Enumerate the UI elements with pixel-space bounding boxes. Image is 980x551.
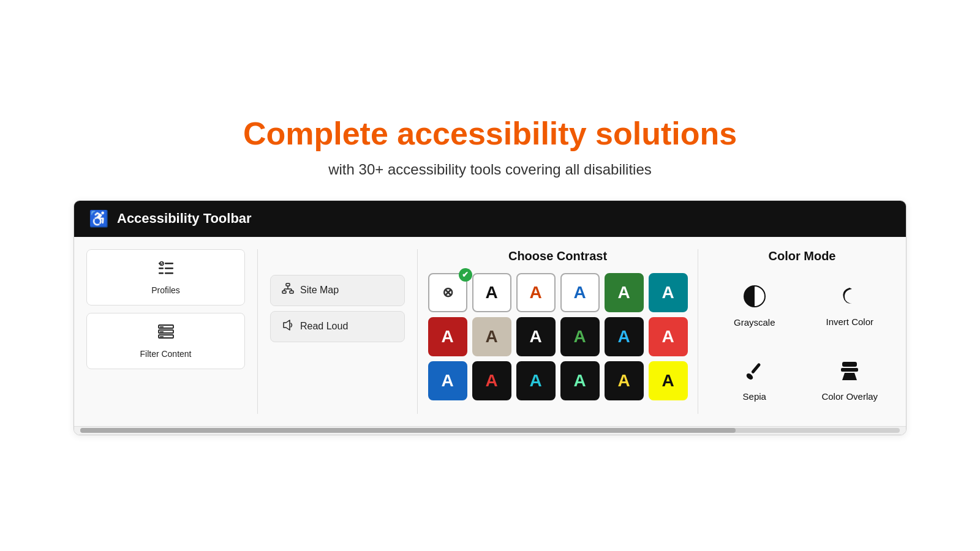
svg-rect-2 <box>159 268 164 269</box>
contrast-orange-black[interactable]: A <box>472 361 511 400</box>
contrast-green-black[interactable]: A <box>560 317 600 356</box>
sepia-icon <box>744 359 766 385</box>
toolbar-title: Accessibility Toolbar <box>117 211 252 227</box>
contrast-default[interactable]: ⊗ <box>428 273 467 312</box>
contrast-white-black[interactable]: A <box>516 317 556 356</box>
svg-rect-12 <box>160 336 164 337</box>
contrast-dark-tan[interactable]: A <box>472 317 511 356</box>
color-overlay-icon <box>839 359 861 385</box>
contrast-lime-black[interactable]: A <box>560 361 600 400</box>
menu-section: Site Map Read Loud <box>258 249 418 414</box>
svg-rect-11 <box>160 331 164 332</box>
filter-content-label: Filter Content <box>140 349 191 359</box>
scrollbar[interactable] <box>74 426 906 435</box>
site-map-icon <box>282 283 294 298</box>
scrollbar-thumb <box>80 428 736 433</box>
svg-marker-20 <box>284 320 290 330</box>
contrast-white-green[interactable]: A <box>605 273 644 312</box>
profiles-icon <box>157 260 175 280</box>
profiles-button[interactable]: Profiles <box>86 249 245 305</box>
filter-content-icon <box>157 323 175 344</box>
color-mode-grid: Grayscale Invert Color <box>710 273 894 414</box>
contrast-section: Choose Contrast ⊗ A A A A A A A A A A A … <box>418 249 698 414</box>
site-map-button[interactable]: Site Map <box>270 275 405 306</box>
hero-subtitle: with 30+ accessibility tools covering al… <box>243 161 737 178</box>
contrast-cyan-black[interactable]: A <box>516 361 556 400</box>
read-loud-button[interactable]: Read Loud <box>270 311 405 342</box>
color-mode-title: Color Mode <box>710 249 894 263</box>
color-mode-section: Color Mode Grayscale Invert Color <box>698 249 894 414</box>
contrast-black-white[interactable]: A <box>472 273 511 312</box>
scrollbar-track <box>80 428 900 433</box>
accessibility-icon: ♿ <box>89 209 108 228</box>
contrast-grid: ⊗ A A A A A A A A A A A A A A A A A <box>424 273 692 400</box>
sepia-label: Sepia <box>743 391 766 402</box>
svg-rect-3 <box>165 268 173 269</box>
sepia-button[interactable]: Sepia <box>710 347 799 414</box>
svg-rect-4 <box>159 272 164 274</box>
filter-content-button[interactable]: Filter Content <box>86 313 245 369</box>
svg-rect-10 <box>160 326 164 328</box>
svg-rect-1 <box>165 263 173 264</box>
color-overlay-label: Color Overlay <box>821 391 878 402</box>
toolbar-header: ♿ Accessibility Toolbar <box>74 201 906 237</box>
contrast-title: Choose Contrast <box>424 249 692 263</box>
accessibility-toolbar: ♿ Accessibility Toolbar <box>74 200 907 435</box>
profiles-label: Profiles <box>151 285 180 295</box>
svg-rect-15 <box>290 291 293 293</box>
svg-marker-25 <box>842 373 857 380</box>
invert-color-icon <box>839 285 861 310</box>
contrast-blue-black[interactable]: A <box>605 317 644 356</box>
invert-color-label: Invert Color <box>826 317 873 327</box>
contrast-white-teal[interactable]: A <box>649 273 688 312</box>
svg-rect-21 <box>751 362 761 374</box>
svg-point-6 <box>160 261 164 265</box>
grayscale-button[interactable]: Grayscale <box>710 273 799 340</box>
toolbar-body: Profiles Filter Content <box>74 237 906 426</box>
hero-section: Complete accessibility solutions with 30… <box>243 116 737 178</box>
contrast-blue-white[interactable]: A <box>560 273 600 312</box>
contrast-red-black[interactable]: A <box>649 317 688 356</box>
read-loud-icon <box>282 319 294 334</box>
read-loud-label: Read Loud <box>300 321 348 332</box>
left-section: Profiles Filter Content <box>86 249 258 414</box>
svg-rect-23 <box>842 362 857 367</box>
svg-rect-13 <box>286 283 290 286</box>
contrast-white-blue-dark[interactable]: A <box>428 361 467 400</box>
contrast-white-red[interactable]: A <box>428 317 467 356</box>
color-overlay-button[interactable]: Color Overlay <box>806 347 894 414</box>
svg-rect-24 <box>841 368 858 372</box>
menu-items-list: Site Map Read Loud <box>270 275 405 342</box>
contrast-yellow-black[interactable]: A <box>605 361 644 400</box>
svg-rect-5 <box>165 272 173 274</box>
grayscale-icon <box>744 285 766 311</box>
contrast-orange-white[interactable]: A <box>516 273 556 312</box>
site-map-label: Site Map <box>300 285 339 296</box>
svg-rect-14 <box>282 291 286 293</box>
hero-title: Complete accessibility solutions <box>243 116 737 152</box>
grayscale-label: Grayscale <box>734 317 775 328</box>
contrast-black-yellow[interactable]: A <box>649 361 688 400</box>
invert-color-button[interactable]: Invert Color <box>806 273 894 340</box>
svg-point-22 <box>745 372 754 381</box>
